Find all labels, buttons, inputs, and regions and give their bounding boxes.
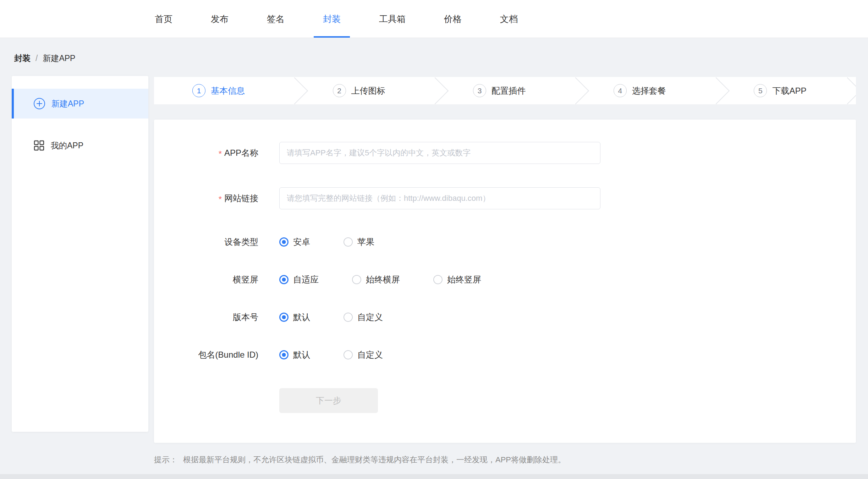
radio-unselected-icon	[344, 313, 353, 322]
step-number: 1	[192, 84, 205, 97]
radio-version-default[interactable]: 默认	[279, 312, 310, 323]
radio-adaptive[interactable]: 自适应	[279, 274, 319, 285]
orientation-label: 横竖屏	[154, 274, 258, 285]
radio-bundle-default[interactable]: 默认	[279, 349, 310, 360]
new-app-form: * APP名称 * 网站链接 设备类型 安卓	[154, 120, 856, 443]
orientation-row: 横竖屏 自适应 始终横屏 始终竖屏	[154, 274, 856, 285]
radio-unselected-icon	[344, 350, 353, 359]
steps-bar: 1 基本信息 2 上传图标 3 配置插件 4 选择套餐 5 下载APP	[154, 77, 856, 104]
radio-bundle-custom[interactable]: 自定义	[344, 349, 383, 360]
step-number: 4	[614, 84, 627, 97]
app-name-label: * APP名称	[154, 147, 258, 159]
radio-selected-icon	[279, 350, 289, 359]
breadcrumb-root[interactable]: 封装	[14, 53, 31, 64]
radio-unselected-icon	[433, 275, 443, 284]
nav-item-docs[interactable]: 文档	[491, 0, 527, 38]
app-name-input[interactable]	[279, 142, 600, 164]
required-asterisk: *	[219, 147, 222, 159]
footer-strip	[0, 474, 868, 479]
version-group: 默认 自定义	[279, 312, 416, 323]
sidebar-item-label: 新建APP	[51, 98, 84, 109]
step-number: 2	[333, 84, 346, 97]
breadcrumb: 封装 / 新建APP	[0, 38, 868, 64]
radio-apple[interactable]: 苹果	[344, 236, 374, 248]
tip-label: 提示：	[154, 455, 177, 465]
breadcrumb-separator: /	[35, 54, 38, 63]
nav-item-pricing[interactable]: 价格	[435, 0, 471, 38]
step-label: 选择套餐	[632, 85, 666, 97]
device-type-label: 设备类型	[154, 236, 258, 248]
step-basic-info: 1 基本信息	[154, 77, 295, 104]
site-url-label: * 网站链接	[154, 192, 258, 204]
sidebar: 新建APP 我的APP	[12, 76, 148, 432]
top-nav: 首页 发布 签名 封装 工具箱 价格 文档	[0, 0, 868, 38]
step-select-plan: 4 选择套餐	[575, 77, 716, 104]
orientation-group: 自适应 始终横屏 始终竖屏	[279, 274, 515, 285]
site-url-input[interactable]	[279, 187, 600, 209]
step-label: 下载APP	[772, 85, 806, 97]
breadcrumb-current: 新建APP	[43, 53, 75, 64]
radio-version-custom[interactable]: 自定义	[344, 312, 383, 323]
step-label: 上传图标	[351, 85, 385, 97]
bundle-id-row: 包名(Bundle ID) 默认 自定义	[154, 349, 856, 360]
radio-unselected-icon	[344, 237, 353, 247]
sidebar-item-label: 我的APP	[51, 140, 83, 151]
step-number: 5	[754, 84, 767, 97]
radio-always-landscape[interactable]: 始终横屏	[352, 274, 400, 285]
app-name-row: * APP名称	[154, 142, 856, 164]
bundle-id-group: 默认 自定义	[279, 349, 416, 360]
plus-circle-icon	[33, 98, 45, 110]
nav-item-package[interactable]: 封装	[314, 0, 350, 38]
step-config-plugin: 3 配置插件	[435, 77, 575, 104]
grid-icon	[33, 140, 45, 151]
site-url-row: * 网站链接	[154, 187, 856, 209]
radio-selected-icon	[279, 313, 289, 322]
radio-selected-icon	[279, 237, 289, 247]
tip-body: 根据最新平台规则，不允许区块链虚拟币、金融理财类等违规内容在平台封装，一经发现，…	[183, 455, 566, 465]
required-asterisk: *	[219, 192, 222, 204]
nav-item-publish[interactable]: 发布	[202, 0, 238, 38]
step-download-app: 5 下载APP	[715, 77, 856, 104]
step-upload-icon: 2 上传图标	[295, 77, 435, 104]
step-number: 3	[473, 84, 486, 97]
platform-rule-tip: 提示： 根据最新平台规则，不允许区块链虚拟币、金融理财类等违规内容在平台封装，一…	[154, 455, 856, 465]
nav-item-toolbox[interactable]: 工具箱	[370, 0, 415, 38]
step-label: 配置插件	[491, 85, 526, 97]
main-content: 1 基本信息 2 上传图标 3 配置插件 4 选择套餐 5 下载APP *	[154, 77, 856, 465]
radio-unselected-icon	[352, 275, 361, 284]
bundle-id-label: 包名(Bundle ID)	[154, 349, 258, 360]
version-label: 版本号	[154, 312, 258, 323]
radio-always-portrait[interactable]: 始终竖屏	[433, 274, 481, 285]
version-row: 版本号 默认 自定义	[154, 312, 856, 323]
device-type-row: 设备类型 安卓 苹果	[154, 236, 856, 248]
nav-item-home[interactable]: 首页	[145, 0, 182, 38]
step-label: 基本信息	[211, 85, 245, 97]
sidebar-item-new-app[interactable]: 新建APP	[12, 89, 148, 119]
next-step-button[interactable]: 下一步	[279, 388, 378, 413]
radio-android[interactable]: 安卓	[279, 236, 310, 248]
radio-selected-icon	[279, 275, 289, 284]
sidebar-item-my-app[interactable]: 我的APP	[12, 131, 148, 160]
nav-item-signature[interactable]: 签名	[258, 0, 294, 38]
device-type-group: 安卓 苹果	[279, 236, 408, 248]
